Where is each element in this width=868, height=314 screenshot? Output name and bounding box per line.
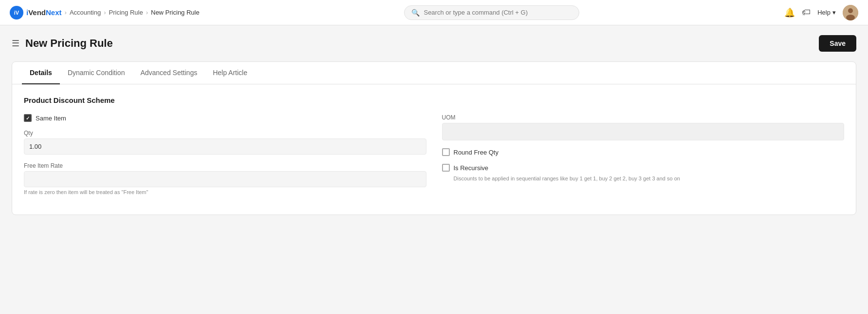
uom-input[interactable] [442,123,845,140]
save-button[interactable]: Save [819,35,856,52]
bell-icon[interactable]: 🔔 [784,7,795,18]
qty-input[interactable] [24,138,426,155]
round-free-qty-label: Round Free Qty [454,149,499,156]
help-label: Help [817,9,831,16]
breadcrumb-sep-2: › [104,9,106,16]
logo-text: iVendNext [26,8,62,17]
page-title: New Pricing Rule [25,37,113,50]
uom-label: UOM [442,114,845,121]
form-col-left: Same Item Qty Free Item Rate If rate is … [24,114,434,203]
free-item-rate-hint: If rate is zero then item will be treate… [24,189,426,195]
form-area: Product Discount Scheme Same Item Qty [12,84,856,215]
is-recursive-hint: Discounts to be applied in sequential ra… [454,176,845,181]
main-card: Details Dynamic Condition Advanced Setti… [12,61,856,215]
round-free-qty-row: Round Free Qty [442,148,845,156]
tab-dynamic-condition[interactable]: Dynamic Condition [60,62,133,84]
same-item-label: Same Item [36,115,66,122]
logo-icon: iV [10,6,23,20]
tab-details[interactable]: Details [22,62,60,84]
same-item-checkbox[interactable] [24,114,32,122]
breadcrumb-pricing-rule[interactable]: Pricing Rule [109,9,143,16]
search-box[interactable]: 🔍 [404,5,579,20]
qty-group: Qty [24,130,426,155]
round-free-qty-checkbox[interactable] [442,148,450,156]
form-col-right: UOM Round Free Qty Is Recursive Discount… [434,114,845,203]
page-content: ☰ New Pricing Rule Save Details Dynamic … [0,25,868,314]
nav-left: iV iVendNext › Accounting › Pricing Rule… [10,6,200,20]
top-navigation: iV iVendNext › Accounting › Pricing Rule… [0,0,868,25]
tab-bar: Details Dynamic Condition Advanced Setti… [12,62,856,84]
tab-advanced-settings[interactable]: Advanced Settings [132,62,205,84]
breadcrumb-sep-1: › [65,9,67,16]
breadcrumb-accounting[interactable]: Accounting [70,9,101,16]
avatar[interactable] [843,5,858,20]
tag-icon[interactable]: 🏷 [802,7,811,18]
free-item-rate-group: Free Item Rate If rate is zero then item… [24,162,426,195]
svg-point-1 [848,8,853,13]
logo[interactable]: iV iVendNext [10,6,62,20]
form-grid: Same Item Qty Free Item Rate If rate is … [24,114,844,203]
breadcrumb-sep-3: › [146,9,148,16]
breadcrumb-new-pricing-rule[interactable]: New Pricing Rule [151,9,200,16]
qty-label: Qty [24,130,426,137]
nav-right: 🔔 🏷 Help ▾ [784,5,858,20]
is-recursive-checkbox[interactable] [442,164,450,172]
search-input[interactable] [424,9,572,16]
search-icon: 🔍 [411,9,420,17]
page-header: ☰ New Pricing Rule Save [12,35,856,52]
uom-group: UOM [442,114,845,140]
hamburger-icon[interactable]: ☰ [12,38,19,49]
section-title: Product Discount Scheme [24,96,844,104]
is-recursive-row: Is Recursive [442,164,845,172]
same-item-row: Same Item [24,114,426,122]
free-item-rate-label: Free Item Rate [24,162,426,169]
is-recursive-label: Is Recursive [454,164,489,172]
tab-help-article[interactable]: Help Article [205,62,255,84]
svg-point-2 [846,15,855,20]
page-header-left: ☰ New Pricing Rule [12,37,113,50]
free-item-rate-input[interactable] [24,171,426,187]
help-button[interactable]: Help ▾ [817,9,836,16]
search-container: 🔍 [404,5,579,20]
help-chevron-icon: ▾ [832,9,836,16]
